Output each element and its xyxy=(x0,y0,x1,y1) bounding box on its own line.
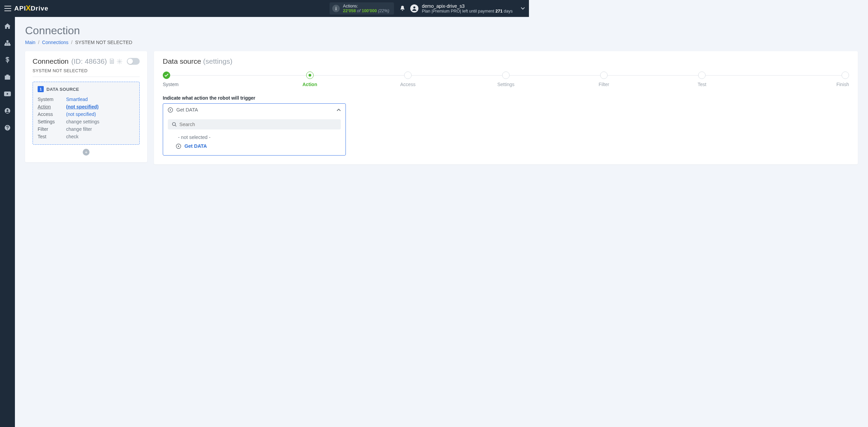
data-source-panel: Data source (settings) System Action Acc… xyxy=(154,51,529,164)
sidebar-item-briefcase[interactable] xyxy=(2,72,13,82)
sidebar-item-help[interactable] xyxy=(2,123,13,133)
main-content: Connection Main / Connections / SYSTEM N… xyxy=(15,17,529,262)
notifications-button[interactable] xyxy=(397,3,408,14)
sitemap-icon xyxy=(4,40,11,46)
enable-toggle[interactable] xyxy=(127,58,140,65)
step-access[interactable]: Access xyxy=(359,72,457,87)
row-test: Test check xyxy=(38,133,135,140)
dropdown-search[interactable] xyxy=(168,119,341,129)
row-settings: Settings change settings xyxy=(38,118,135,125)
connection-card: Connection (ID: 48636) SYSTEM NOT SELECT… xyxy=(25,51,147,162)
svg-point-5 xyxy=(6,109,8,111)
step-settings[interactable]: Settings xyxy=(457,72,529,87)
dropdown-toggle[interactable]: Get DATA xyxy=(163,104,346,116)
link-access[interactable]: (not specified) xyxy=(66,111,96,117)
datasource-title: DATA SOURCE xyxy=(46,87,79,92)
home-icon xyxy=(4,23,11,29)
svg-point-2 xyxy=(413,6,415,8)
logo-x: X xyxy=(26,4,31,13)
topbar: API X Drive Actions: 22'058 of 100'000 (… xyxy=(0,0,529,17)
chevron-down-icon xyxy=(521,7,525,10)
gear-icon xyxy=(117,59,122,64)
link-settings[interactable]: change settings xyxy=(66,119,99,124)
row-system: System Smartlead xyxy=(38,96,135,103)
briefcase-icon xyxy=(4,75,11,80)
user-name: demo_apix-drive_s3 xyxy=(422,3,513,9)
sidebar-item-billing[interactable] xyxy=(2,55,13,65)
play-icon xyxy=(176,144,181,149)
sidebar-item-video[interactable] xyxy=(2,89,13,99)
actions-pct: (22%) xyxy=(377,8,389,13)
breadcrumb-main[interactable]: Main xyxy=(25,40,35,45)
action-field-label: Indicate what action the robot will trig… xyxy=(163,95,529,101)
svg-point-10 xyxy=(173,123,176,126)
page-title: Connection xyxy=(25,24,529,37)
link-test[interactable]: check xyxy=(66,134,79,139)
document-icon xyxy=(110,59,114,64)
hamburger-button[interactable] xyxy=(3,3,13,14)
play-icon xyxy=(168,107,173,113)
chevron-up-icon xyxy=(337,108,341,111)
svg-point-8 xyxy=(119,61,120,62)
youtube-icon xyxy=(4,92,11,96)
connection-subtitle: SYSTEM NOT SELECTED xyxy=(33,68,140,77)
search-input[interactable] xyxy=(179,122,337,127)
search-icon xyxy=(172,122,177,127)
logo-prefix: API xyxy=(14,5,26,12)
link-action[interactable]: (not specified) xyxy=(66,104,99,109)
breadcrumb: Main / Connections / SYSTEM NOT SELECTED xyxy=(25,40,529,45)
sidebar-item-account[interactable] xyxy=(2,106,13,116)
svg-point-7 xyxy=(7,129,8,130)
datasource-badge: 1 xyxy=(38,86,44,92)
user-menu[interactable]: demo_apix-drive_s3 Plan |Premium PRO| le… xyxy=(410,3,525,14)
panel-title: Data source (settings) xyxy=(163,57,529,65)
datasource-box: 1 DATA SOURCE System Smartlead Action (n… xyxy=(33,82,140,145)
step-system[interactable]: System xyxy=(163,72,261,87)
actions-label: Actions: xyxy=(343,4,390,8)
svg-point-0 xyxy=(335,7,336,8)
breadcrumb-current: SYSTEM NOT SELECTED xyxy=(75,40,133,45)
breadcrumb-connections[interactable]: Connections xyxy=(42,40,68,45)
check-icon xyxy=(164,74,169,77)
connection-title: Connection xyxy=(33,57,68,65)
user-circle-icon xyxy=(4,108,11,114)
hamburger-icon xyxy=(4,6,11,11)
actions-of: of xyxy=(356,8,361,13)
actions-count: 22'058 xyxy=(343,8,356,13)
actions-limit: 100'000 xyxy=(362,8,377,13)
dropdown-selected: Get DATA xyxy=(176,107,333,113)
link-filter[interactable]: change filter xyxy=(66,126,92,132)
sidebar xyxy=(0,17,15,262)
copy-button[interactable] xyxy=(110,59,114,64)
logo-suffix: Drive xyxy=(31,5,48,12)
settings-button[interactable] xyxy=(117,59,122,64)
step-action[interactable]: Action xyxy=(261,72,359,87)
actions-counter[interactable]: Actions: 22'058 of 100'000 (22%) xyxy=(330,2,394,15)
logo[interactable]: API X Drive xyxy=(14,4,48,13)
dollar-icon xyxy=(5,57,9,63)
sidebar-item-sitemap[interactable] xyxy=(2,38,13,48)
question-icon xyxy=(4,125,11,131)
link-system[interactable]: Smartlead xyxy=(66,97,88,102)
option-not-selected[interactable]: - not selected - xyxy=(168,133,341,142)
connection-id: (ID: 48636) xyxy=(71,57,107,65)
sidebar-item-home[interactable] xyxy=(2,21,13,31)
row-access: Access (not specified) xyxy=(38,110,135,118)
action-dropdown: Get DATA - not selected - xyxy=(163,103,346,156)
row-filter: Filter change filter xyxy=(38,125,135,133)
user-plan: Plan |Premium PRO| left until payment 27… xyxy=(422,9,513,14)
svg-rect-1 xyxy=(336,8,336,10)
stepper: System Action Access Settings Fil xyxy=(163,72,529,87)
info-icon xyxy=(332,5,340,12)
add-step-button[interactable]: + xyxy=(83,149,90,156)
avatar-icon xyxy=(410,4,418,13)
option-get-data[interactable]: Get DATA xyxy=(168,142,341,150)
bell-icon xyxy=(400,5,405,12)
row-action: Action (not specified) xyxy=(38,103,135,110)
